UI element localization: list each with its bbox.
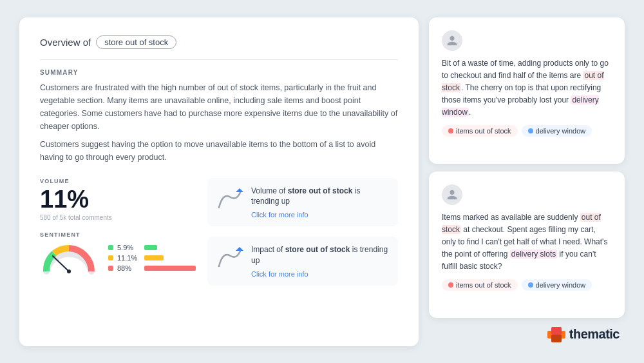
legend-row-negative: 88%: [108, 264, 196, 272]
thematic-logo-icon: [547, 326, 565, 344]
svg-marker-2: [236, 188, 243, 192]
tag-label-2-1: items out of stock: [456, 281, 511, 289]
gauge-section: 5.9% 11.1% 88%: [40, 240, 207, 276]
review-text-2: Items marked as available are suddenly o…: [442, 211, 612, 273]
volume-value: 11%: [40, 187, 207, 211]
volume-block: VOLUME 11% 580 of 5k total comments: [40, 178, 207, 221]
summary-p2: Customers suggest having the option to m…: [40, 138, 398, 164]
legend-pct-neutral: 11.1%: [117, 254, 140, 262]
tag-label-2-2: delivery window: [536, 281, 586, 289]
svg-point-1: [67, 270, 71, 273]
legend-bar-neutral: [144, 255, 164, 260]
trend-card-1: Volume of store out of stock is trending…: [207, 178, 398, 227]
overview-prefix: Overview of: [40, 37, 91, 48]
trend-icon-1: [216, 186, 243, 210]
legend-row-positive: 5.9%: [108, 244, 196, 251]
trend2-bold: store out of stock: [285, 245, 350, 254]
legend-row-neutral: 11.1%: [108, 254, 196, 262]
avatar-2: [442, 184, 462, 205]
summary-label: SUMMARY: [40, 69, 398, 76]
trend-content-2: Impact of store out of stock is trending…: [251, 244, 389, 278]
overview-header: Overview of store out of stock: [40, 35, 398, 60]
right-panel: Bit of a waste of time, adding products …: [429, 17, 625, 346]
metrics-left: VOLUME 11% 580 of 5k total comments SENT…: [40, 178, 207, 286]
trend-card-2: Impact of store out of stock is trending…: [207, 237, 398, 286]
trend-title-2: Impact of store out of stock is trending…: [251, 244, 389, 266]
dot-icon: [528, 128, 533, 133]
volume-sub: 580 of 5k total comments: [40, 214, 207, 221]
legend-pct-positive: 5.9%: [117, 244, 140, 251]
avatar-1: [442, 30, 462, 51]
r1-after: .: [469, 108, 471, 117]
review-text-1: Bit of a waste of time, adding products …: [442, 57, 612, 119]
dot-icon: [528, 282, 533, 288]
logo-area: thematic: [429, 326, 625, 346]
dot-icon: [448, 282, 453, 288]
legend-pct-negative: 88%: [117, 264, 140, 272]
sentiment-block: SENTIMENT: [40, 231, 207, 276]
r2-hl2: delivery slots: [510, 250, 557, 259]
review-tag-2-2: delivery window: [522, 279, 592, 291]
left-panel: Overview of store out of stock SUMMARY C…: [19, 17, 419, 346]
dot-icon: [448, 128, 453, 133]
review-tag-1-2: delivery window: [522, 125, 592, 137]
review-card-1: Bit of a waste of time, adding products …: [429, 17, 625, 164]
trend-content-1: Volume of store out of stock is trending…: [251, 186, 389, 219]
trend-icon-2: [216, 244, 243, 269]
tag-label-1-2: delivery window: [536, 127, 586, 135]
tag-list-1: items out of stock delivery window: [442, 125, 612, 137]
summary-section: SUMMARY Customers are frustrated with th…: [40, 69, 398, 164]
volume-label: VOLUME: [40, 178, 207, 184]
trend2-link[interactable]: Click for more info: [251, 270, 389, 278]
legend-dot-neutral: [108, 255, 113, 260]
tag-pill: store out of stock: [96, 35, 176, 49]
trend-title-1: Volume of store out of stock is trending…: [251, 186, 389, 208]
legend-bar-negative: [144, 266, 196, 271]
trend1-link[interactable]: Click for more info: [251, 211, 389, 219]
tag-label-1-1: items out of stock: [456, 127, 511, 135]
logo-text: thematic: [569, 327, 620, 342]
trend1-prefix: Volume of: [251, 186, 288, 195]
legend-dot-negative: [108, 266, 113, 271]
legend-bar-positive: [144, 245, 157, 250]
summary-p1: Customers are frustrated with the high n…: [40, 81, 398, 133]
review-tag-2-1: items out of stock: [442, 279, 518, 291]
gauge-legend: 5.9% 11.1% 88%: [108, 244, 196, 272]
bottom-section: VOLUME 11% 580 of 5k total comments SENT…: [40, 178, 398, 286]
trend2-prefix: Impact of: [251, 245, 285, 254]
metrics-right: Volume of store out of stock is trending…: [207, 178, 398, 286]
svg-rect-6: [551, 327, 562, 335]
gauge-chart: [40, 240, 98, 276]
r2-before: Items marked as available are suddenly: [442, 213, 580, 222]
svg-rect-7: [551, 335, 562, 342]
review-card-2: Items marked as available are suddenly o…: [429, 172, 625, 318]
tag-list-2: items out of stock delivery window: [442, 279, 612, 291]
sentiment-label: SENTIMENT: [40, 231, 207, 238]
legend-dot-positive: [108, 245, 113, 250]
trend1-bold: store out of stock: [288, 186, 353, 195]
svg-marker-3: [236, 247, 243, 251]
review-tag-1-1: items out of stock: [442, 125, 518, 137]
